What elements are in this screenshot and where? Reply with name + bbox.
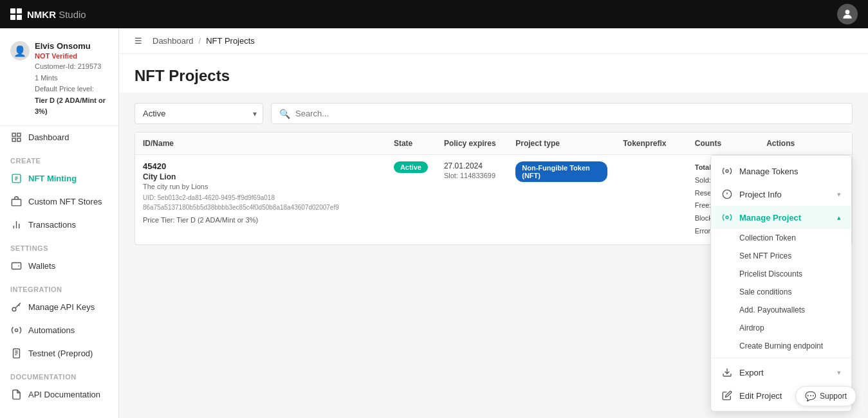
svg-point-15 xyxy=(12,308,16,312)
project-name: City Lion xyxy=(143,172,378,181)
filter-select-wrap: Active Inactive All xyxy=(134,103,263,124)
col-header-counts: Counts xyxy=(687,132,759,155)
sidebar-label-dashboard: Dashboard xyxy=(28,132,69,142)
app-logo: NMKR Studio xyxy=(10,8,86,20)
user-avatar[interactable] xyxy=(837,4,858,24)
action-airdrop[interactable]: Airdrop xyxy=(739,319,851,337)
sidebar-item-transactions[interactable]: Transactions xyxy=(0,214,118,237)
logo-icon xyxy=(10,8,22,20)
user-icon: 👤 xyxy=(10,41,30,60)
sidebar-label-manage-api-keys: Manage API Keys xyxy=(28,302,95,312)
svg-rect-0 xyxy=(10,8,15,14)
action-collection-token-label: Collection Token xyxy=(739,233,796,242)
svg-rect-8 xyxy=(17,138,20,141)
sidebar-item-wallets[interactable]: Wallets xyxy=(0,255,118,278)
search-box: 🔍 xyxy=(271,103,853,124)
sidebar-item-api-documentation[interactable]: API Documentation xyxy=(0,383,118,406)
sidebar-item-dashboard[interactable]: Dashboard xyxy=(0,126,118,149)
policy-slot: Slot: 114833699 xyxy=(444,172,500,179)
svg-rect-14 xyxy=(12,263,21,269)
col-header-id: ID/Name xyxy=(135,132,386,155)
search-input[interactable] xyxy=(295,104,844,123)
svg-rect-10 xyxy=(12,199,21,206)
action-create-burning[interactable]: Create Burning endpoint xyxy=(739,337,851,355)
action-pricelist-discounts[interactable]: Pricelist Discounts xyxy=(739,265,851,283)
actions-cell: Manage Tokens Project Info ▾ xyxy=(759,155,852,244)
manage-project-chevron-icon: ▴ xyxy=(837,214,841,222)
sidebar-item-testnet[interactable]: Testnet (Preprod) xyxy=(0,342,118,365)
sidebar-item-manage-api-keys[interactable]: Manage API Keys xyxy=(0,296,118,319)
state-badge: Active xyxy=(394,161,428,173)
sidebar-label-custom-nft-stores: Custom NFT Stores xyxy=(28,197,102,206)
svg-point-18 xyxy=(726,170,728,172)
action-manage-tokens[interactable]: Manage Tokens xyxy=(711,159,851,183)
project-uid: UID: 5eb013c2-da81-4620-9495-ff9d9f69a01… xyxy=(143,193,378,212)
action-pricelist-discounts-label: Pricelist Discounts xyxy=(739,269,802,278)
user-price-label: Default Price level: xyxy=(35,84,108,95)
action-sale-conditions-label: Sale conditions xyxy=(739,287,791,296)
action-project-info-label: Project Info xyxy=(739,190,782,199)
action-project-info[interactable]: Project Info ▾ xyxy=(711,183,851,206)
action-add-payoutwallets[interactable]: Add. Payoutwallets xyxy=(739,301,851,319)
chart-icon xyxy=(10,219,22,231)
main-content: ☰ Dashboard / NFT Projects NFT Projects … xyxy=(119,28,868,418)
action-set-nft-prices-label: Set NFT Prices xyxy=(739,251,791,260)
action-export-label: Export xyxy=(739,368,764,377)
policy-expires-cell: 27.01.2024 Slot: 114833699 xyxy=(436,155,508,244)
action-manage-project[interactable]: Manage Project ▴ xyxy=(711,206,851,229)
user-status: NOT Verified xyxy=(35,52,108,60)
svg-rect-6 xyxy=(17,134,20,137)
wallet-icon xyxy=(10,260,22,272)
app-name: NMKR Studio xyxy=(27,9,86,20)
col-header-tokenprefix: Tokenprefix xyxy=(615,132,687,155)
svg-point-4 xyxy=(845,10,850,14)
svg-rect-7 xyxy=(12,138,15,141)
action-airdrop-label: Airdrop xyxy=(739,323,764,332)
project-info-icon xyxy=(721,188,733,200)
content-area: Active Inactive All 🔍 ID/Name Sta xyxy=(119,93,868,418)
user-customer-id: Customer-Id: 219573 xyxy=(35,61,108,73)
nft-icon xyxy=(10,173,22,185)
policy-date: 27.01.2024 xyxy=(444,161,500,170)
action-collection-token[interactable]: Collection Token xyxy=(739,229,851,247)
manage-project-submenu: Collection Token Set NFT Prices Pricelis… xyxy=(711,229,851,355)
doc-icon xyxy=(10,389,22,401)
table-row: 45420 City Lion The city run by Lions UI… xyxy=(135,155,852,244)
manage-tokens-icon xyxy=(721,165,733,177)
export-chevron-icon: ▾ xyxy=(837,368,841,377)
action-export[interactable]: Export ▾ xyxy=(711,361,851,384)
sidebar-label-api-documentation: API Documentation xyxy=(28,390,100,399)
user-mints: 1 Mints xyxy=(35,73,108,84)
automation-icon xyxy=(10,325,22,336)
action-add-payoutwallets-label: Add. Payoutwallets xyxy=(739,305,805,314)
sidebar-section-settings: Settings xyxy=(0,237,118,255)
sidebar-item-custom-nft-stores[interactable]: Custom NFT Stores xyxy=(0,190,118,214)
testnet-icon xyxy=(10,348,22,359)
breadcrumb-home[interactable]: Dashboard xyxy=(152,36,194,46)
sidebar-section-create: Create xyxy=(0,149,118,167)
action-sale-conditions[interactable]: Sale conditions xyxy=(739,283,851,301)
export-icon xyxy=(721,367,733,378)
page-header: NFT Projects xyxy=(119,54,868,93)
support-button[interactable]: 💬 Support xyxy=(795,386,856,406)
project-type-cell: Non-Fungible Token (NFT) xyxy=(508,155,615,244)
svg-point-16 xyxy=(15,329,17,332)
breadcrumb-current: NFT Projects xyxy=(206,36,255,46)
sidebar-item-automations[interactable]: Automations xyxy=(0,319,118,342)
sidebar: 👤 Elvis Onsomu NOT Verified Customer-Id:… xyxy=(0,28,119,418)
project-id: 45420 xyxy=(143,161,378,171)
action-set-nft-prices[interactable]: Set NFT Prices xyxy=(739,247,851,265)
menu-icon[interactable]: ☰ xyxy=(134,36,142,46)
sidebar-item-nft-minting[interactable]: NFT Minting xyxy=(0,167,118,190)
svg-point-22 xyxy=(726,216,728,219)
project-desc: The city run by Lions xyxy=(143,183,378,190)
breadcrumb: ☰ Dashboard / NFT Projects xyxy=(119,28,868,54)
projects-table: ID/Name State Policy expires Project typ… xyxy=(134,132,853,245)
svg-rect-3 xyxy=(17,15,22,20)
user-price-level: Tier D (2 ADA/Mint or 3%) xyxy=(35,95,108,118)
filter-select[interactable]: Active Inactive All xyxy=(134,103,263,124)
project-state-cell: Active xyxy=(386,155,436,244)
action-edit-project-label: Edit Project xyxy=(739,391,782,401)
grid-icon xyxy=(10,132,22,143)
user-name: Elvis Onsomu xyxy=(35,41,108,51)
